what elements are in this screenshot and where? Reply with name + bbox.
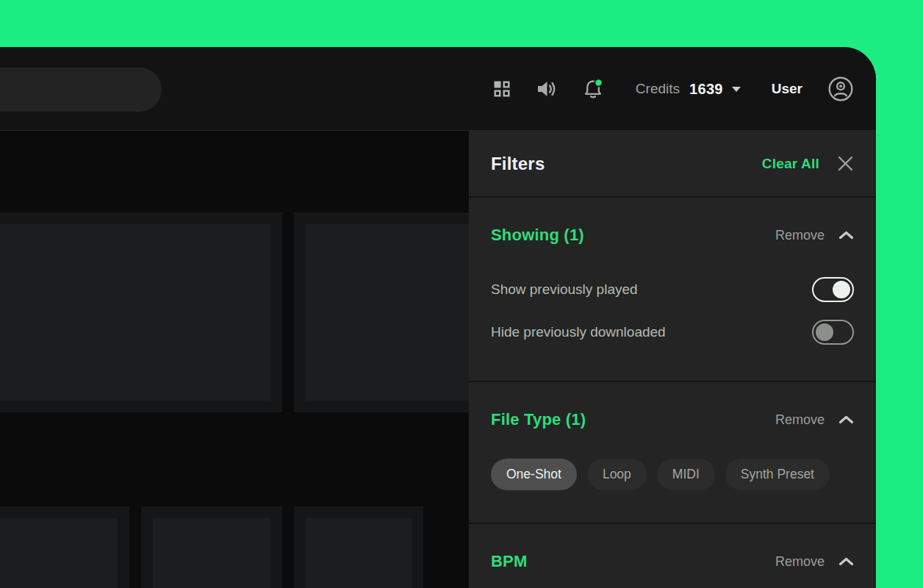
toggle-row-hide-previously-downloaded: Hide previously downloaded xyxy=(491,320,854,345)
content-card-thumbnail xyxy=(306,224,495,401)
notifications-bell-icon[interactable] xyxy=(583,79,603,100)
topbar: Credits 1639 User xyxy=(0,47,876,131)
section-title: BPM xyxy=(491,551,528,573)
credits-label: Credits xyxy=(636,81,680,97)
filters-title: Filters xyxy=(491,154,545,174)
content-card-thumbnail xyxy=(0,518,118,588)
content-card[interactable] xyxy=(0,506,129,588)
page-background: Credits 1639 User Filters xyxy=(0,0,923,588)
remove-section-button[interactable]: Remove xyxy=(775,224,825,246)
topbar-right-cluster: Credits 1639 User xyxy=(493,47,854,131)
user-label[interactable]: User xyxy=(772,81,802,97)
credits-dropdown-chevron-icon[interactable] xyxy=(732,87,741,92)
notification-dot xyxy=(595,79,601,85)
content-card-thumbnail xyxy=(153,518,270,588)
chevron-up-icon[interactable] xyxy=(838,557,854,566)
content-card[interactable] xyxy=(294,506,423,588)
show-previously-played-toggle[interactable] xyxy=(812,277,854,302)
credits-value: 1639 xyxy=(689,81,723,98)
chevron-up-icon[interactable] xyxy=(838,415,854,424)
content-card[interactable] xyxy=(141,506,282,588)
section-title: File Type (1) xyxy=(491,409,586,431)
clear-all-button[interactable]: Clear All xyxy=(762,156,819,172)
search-input[interactable] xyxy=(0,68,162,112)
chip-loop[interactable]: Loop xyxy=(587,459,647,490)
filters-panel-header: Filters Clear All xyxy=(469,131,876,196)
chip-one-shot[interactable]: One-Shot xyxy=(491,459,577,490)
filter-section-bpm: BPM Remove xyxy=(469,523,876,588)
toggle-knob xyxy=(833,281,850,298)
toggle-row-show-previously-played: Show previously played xyxy=(491,277,854,302)
app-window: Credits 1639 User Filters xyxy=(0,47,876,588)
filters-panel: Filters Clear All Showing (1) xyxy=(469,131,876,588)
chevron-up-icon[interactable] xyxy=(838,231,854,240)
toggle-knob xyxy=(816,323,833,341)
apps-grid-icon[interactable] xyxy=(493,80,511,98)
content-card[interactable] xyxy=(0,212,282,412)
filter-section-file-type: File Type (1) Remove One-Shot Loop MIDI xyxy=(469,381,876,523)
close-icon[interactable] xyxy=(837,155,854,172)
hide-previously-downloaded-toggle[interactable] xyxy=(812,320,854,345)
volume-icon[interactable] xyxy=(536,79,558,98)
content-card-thumbnail xyxy=(306,518,412,588)
toggle-label: Hide previously downloaded xyxy=(491,324,666,340)
chip-midi[interactable]: MIDI xyxy=(657,459,715,490)
filter-section-showing: Showing (1) Remove Show previously playe… xyxy=(469,196,876,381)
user-avatar-icon[interactable] xyxy=(827,76,854,102)
toggle-label: Show previously played xyxy=(491,282,638,298)
section-title: Showing (1) xyxy=(491,224,584,246)
file-type-chips: One-Shot Loop MIDI Synth Preset xyxy=(491,459,854,490)
content-card-thumbnail xyxy=(0,224,270,401)
remove-section-button[interactable]: Remove xyxy=(775,551,825,573)
chip-synth-preset[interactable]: Synth Preset xyxy=(725,459,830,490)
remove-section-button[interactable]: Remove xyxy=(775,409,825,431)
